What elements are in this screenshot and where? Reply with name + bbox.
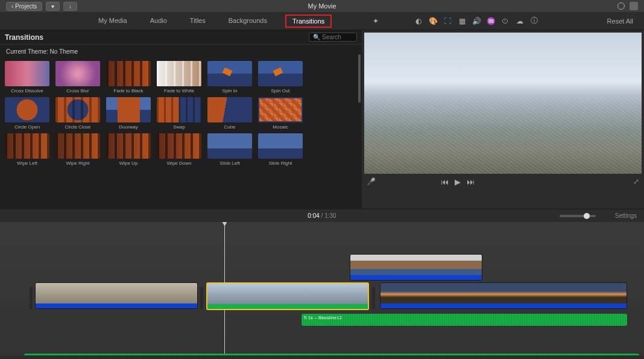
scrollbar[interactable] [358,54,361,103]
play-button[interactable]: ▶ [455,177,461,186]
noise-icon[interactable]: ♒ [487,17,495,25]
transition-label: Cross Blur [55,88,100,94]
tab-transitions[interactable]: Transitions [285,14,332,28]
transition-label: Circle Open [5,124,49,130]
transition-spin-out[interactable]: Spin Out [257,61,304,94]
zoom-slider[interactable] [560,215,596,217]
transition-spin-in[interactable]: Spin In [206,61,253,94]
crop-icon[interactable]: ⛶ [443,17,452,25]
transition-label: Slide Right [258,160,303,166]
download-button[interactable]: ↓ [63,2,77,11]
titlebar: ‹ Projects ▾ ↓ My Movie [0,0,644,12]
browser-title: Transitions [5,33,43,42]
clip-handle[interactable] [200,287,203,309]
tab-my-media[interactable]: My Media [93,14,132,28]
timeline[interactable]: 5.1s – Bassline12 17.7s – MyProject [0,222,644,355]
effects-icon[interactable]: ☁ [516,17,524,25]
prev-clip-button[interactable]: ⏮ [441,177,449,186]
timeline-header: 0:04 / 1:30 Settings [0,209,644,222]
stabilize-icon[interactable]: ▦ [458,17,466,25]
transition-label: Wipe Up [106,160,151,166]
clip-handle[interactable] [372,287,375,309]
color-balance-icon[interactable]: ◐ [414,17,423,25]
speed-icon[interactable]: ⏲ [501,17,510,25]
transition-cross-blur[interactable]: Cross Blur [54,61,101,94]
transition-fade-to-white[interactable]: Fade to White [156,61,203,94]
transition-doorway[interactable]: Doorway [105,97,152,130]
transition-label: Wipe Right [55,160,100,166]
clip-handle[interactable] [30,287,33,309]
transition-circle-close[interactable]: Circle Close [54,97,101,130]
search-input[interactable]: 🔍 Search [309,33,357,42]
clip-sunset[interactable] [380,282,627,309]
transition-mosaic[interactable]: Mosaic [257,97,304,130]
clip-overlay-bridge[interactable] [350,254,482,281]
transition-label: Spin In [207,88,252,94]
transition-label: Wipe Down [157,160,201,166]
color-correction-icon[interactable]: 🎨 [429,17,437,25]
time-display: 0:04 / 1:30 [308,212,336,219]
tab-titles[interactable]: Titles [185,14,210,28]
fullscreen-icon[interactable]: ⤢ [633,177,639,186]
transition-circle-open[interactable]: Circle Open [4,97,51,130]
transition-swap[interactable]: Swap [156,97,203,130]
media-tabs: My MediaAudioTitlesBackgroundsTransition… [93,14,332,28]
import-button[interactable]: ▾ [46,2,60,11]
share-button[interactable] [630,2,638,10]
transition-label: Cross Dissolve [5,88,49,94]
movie-title: My Movie [308,2,336,10]
transition-label: Doorway [106,124,151,130]
adjustment-tools: ◐ 🎨 ⛶ ▦ 🔊 ♒ ⏲ ☁ ⓘ [414,17,538,25]
timeline-settings-button[interactable]: Settings [615,212,637,219]
transition-label: Fade to White [157,88,201,94]
volume-icon[interactable]: 🔊 [472,17,481,25]
browser-panel: Transitions 🔍 Search Current Theme: No T… [0,30,362,209]
reset-all-button[interactable]: Reset All [607,17,633,25]
theme-label: Current Theme: No Theme [0,45,362,59]
magic-wand-icon[interactable]: ✦ [373,17,381,25]
audio-clip-myproject[interactable]: 17.7s – MyProject [24,354,639,355]
transition-label: Swap [157,124,201,130]
next-clip-button[interactable]: ⏭ [467,177,475,186]
tab-backgrounds[interactable]: Backgrounds [224,14,272,28]
record-indicator-icon [617,2,625,10]
transition-slide-right[interactable]: Slide Right [257,133,304,166]
transition-label: Slide Left [207,160,252,166]
transition-label: Spin Out [258,88,303,94]
transition-cross-dissolve[interactable]: Cross Dissolve [4,61,51,94]
transition-label: Wipe Left [5,160,49,166]
transition-label: Fade to Black [106,88,151,94]
transition-label: Circle Close [55,124,100,130]
transition-wipe-left[interactable]: Wipe Left [4,133,51,166]
clip-stone[interactable] [35,282,198,309]
preview-video [364,33,642,174]
tab-audio[interactable]: Audio [145,14,172,28]
preview-panel: 🎤 ⏮ ▶ ⏭ ⤢ [362,30,644,209]
transition-wipe-up[interactable]: Wipe Up [105,133,152,166]
info-icon[interactable]: ⓘ [530,17,538,25]
transition-wipe-right[interactable]: Wipe Right [54,133,101,166]
audio-clip-bassline[interactable]: 5.1s – Bassline12 [301,314,627,326]
transition-fade-to-black[interactable]: Fade to Black [105,61,152,94]
toolbar: My MediaAudioTitlesBackgroundsTransition… [0,12,644,30]
transition-slide-left[interactable]: Slide Left [206,133,253,166]
transition-cube[interactable]: Cube [206,97,253,130]
transition-label: Mosaic [258,124,303,130]
clip-city-selected[interactable] [206,282,369,310]
transition-label: Cube [207,124,252,130]
back-projects-button[interactable]: ‹ Projects [6,2,42,11]
transition-wipe-down[interactable]: Wipe Down [156,133,203,166]
voiceover-icon[interactable]: 🎤 [367,177,376,186]
